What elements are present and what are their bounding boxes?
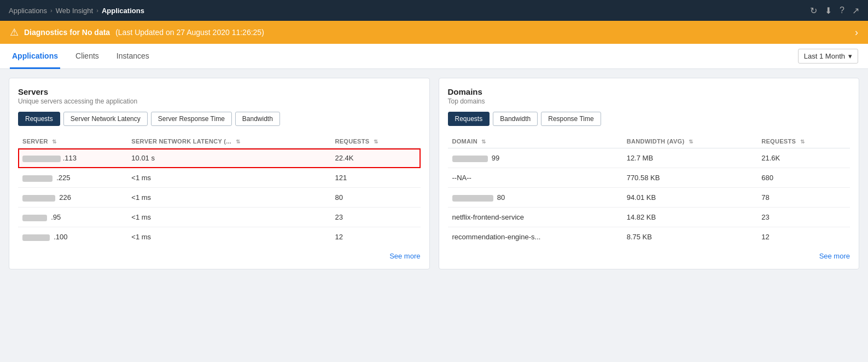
server-requests-cell: 22.4K [330,148,420,168]
server-requests-cell: 80 [330,188,420,208]
servers-filter-bandwidth[interactable]: Bandwidth [235,112,280,126]
domains-see-more[interactable]: See more [448,246,850,260]
topbar-icons: ↻ ⬇ ? ↗ [810,5,859,16]
domain-name-cell: 99 [448,148,622,168]
banner-expand-icon[interactable]: › [855,27,858,38]
download-icon[interactable]: ⬇ [825,5,832,16]
domain-requests-cell: 680 [757,168,850,188]
table-row[interactable]: netflix-frontend-service 14.82 KB 23 [448,208,850,227]
server-suffix: .100 [52,233,68,241]
domains-card-title: Domains [448,87,850,96]
servers-card-title: Servers [18,87,421,96]
server-suffix: .95 [49,213,61,221]
servers-col-latency: SERVER NETWORK LATENCY (... ⇅ [127,135,330,148]
domains-card: Domains Top domains Requests Bandwidth R… [439,78,860,269]
sort-icon: ⇅ [800,139,805,145]
server-latency-cell: <1 ms [127,188,330,208]
domain-suffix: 99 [490,154,499,162]
server-latency-cell: <1 ms [127,208,330,227]
table-row[interactable]: 226 <1 ms 80 [18,188,421,208]
domains-filter-response-time[interactable]: Response Time [541,112,601,126]
domain-name-cell: --NA-- [448,168,622,188]
domains-col-bandwidth: BANDWIDTH (AVG) ⇅ [622,135,758,148]
domain-bandwidth-cell: 12.7 MB [622,148,758,168]
domains-filter-buttons: Requests Bandwidth Response Time [448,112,850,126]
time-selector-label: Last 1 Month [804,52,845,60]
servers-table: SERVER ⇅ SERVER NETWORK LATENCY (... ⇅ R… [18,135,421,246]
tab-list: Applications Clients Instances [10,44,152,68]
table-row[interactable]: 80 94.01 KB 78 [448,188,850,208]
blurred-domain [452,156,488,162]
table-row[interactable]: 99 12.7 MB 21.6K [448,148,850,168]
server-latency-cell: <1 ms [127,168,330,188]
server-suffix: 226 [57,193,71,202]
chevron-down-icon: ▾ [848,52,852,60]
domain-requests-cell: 12 [757,227,850,247]
server-name-cell: .95 [18,208,127,227]
banner-subtitle: (Last Updated on 27 August 2020 11:26:25… [115,28,264,37]
servers-filter-response-time[interactable]: Server Response Time [151,112,232,126]
breadcrumb-chevron-2: › [96,7,98,14]
servers-col-requests: REQUESTS ⇅ [330,135,420,148]
main-content: Servers Unique servers accessing the app… [0,69,868,278]
server-suffix: .225 [55,174,71,182]
server-name-cell: .100 [18,227,127,247]
domains-col-domain: DOMAIN ⇅ [448,135,622,148]
blurred-server-ip [22,234,50,241]
servers-filter-network-latency[interactable]: Server Network Latency [63,112,148,126]
domains-col-requests: REQUESTS ⇅ [757,135,850,148]
domain-bandwidth-cell: 8.75 KB [622,227,758,247]
domain-name-cell: 80 [448,188,622,208]
server-requests-cell: 121 [330,168,420,188]
domain-name-cell: netflix-frontend-service [448,208,622,227]
servers-see-more[interactable]: See more [18,246,421,260]
table-row[interactable]: .95 <1 ms 23 [18,208,421,227]
help-icon[interactable]: ? [840,5,844,15]
sort-icon: ⇅ [374,139,378,145]
breadcrumb: Applications › Web Insight › Application… [9,7,144,15]
server-suffix: .113 [63,154,77,162]
table-row[interactable]: .225 <1 ms 121 [18,168,421,188]
breadcrumb-applications[interactable]: Applications [9,7,47,15]
domain-requests-cell: 21.6K [757,148,850,168]
sort-icon: ⇅ [236,139,240,145]
table-row[interactable]: .113 10.01 s 22.4K [18,148,421,168]
time-selector-container: Last 1 Month ▾ [798,49,858,64]
server-requests-cell: 12 [330,227,420,247]
domain-suffix: 80 [495,193,505,202]
sort-icon: ⇅ [52,139,56,145]
tab-applications[interactable]: Applications [10,44,60,69]
blurred-server-ip [22,175,53,182]
domain-bandwidth-cell: 14.82 KB [622,208,758,227]
servers-filter-buttons: Requests Server Network Latency Server R… [18,112,421,126]
external-link-icon[interactable]: ↗ [852,5,859,16]
sync-icon[interactable]: ↻ [810,5,817,16]
tab-clients[interactable]: Clients [73,44,101,69]
tabbar: Applications Clients Instances Last 1 Mo… [0,44,868,69]
server-name-cell: .225 [18,168,127,188]
topbar: Applications › Web Insight › Application… [0,0,868,21]
domains-filter-bandwidth[interactable]: Bandwidth [493,112,538,126]
breadcrumb-webinsight[interactable]: Web Insight [56,7,93,15]
domains-table: DOMAIN ⇅ BANDWIDTH (AVG) ⇅ REQUESTS ⇅ [448,135,850,246]
servers-filter-requests[interactable]: Requests [18,112,60,126]
sort-icon: ⇅ [481,139,486,145]
blurred-server-ip [22,215,47,221]
table-row[interactable]: --NA-- 770.58 KB 680 [448,168,850,188]
breadcrumb-applications-2[interactable]: Applications [102,7,144,15]
server-name-cell: .113 [18,148,127,168]
table-row[interactable]: recommendation-engine-s... 8.75 KB 12 [448,227,850,247]
table-row[interactable]: .100 <1 ms 12 [18,227,421,247]
time-selector[interactable]: Last 1 Month ▾ [798,49,858,64]
server-name-cell: 226 [18,188,127,208]
banner-content: ⚠ Diagnostics for No data (Last Updated … [10,26,264,38]
domains-filter-requests[interactable]: Requests [448,112,490,126]
domain-requests-cell: 78 [757,188,850,208]
domain-bandwidth-cell: 94.01 KB [622,188,758,208]
servers-col-server: SERVER ⇅ [18,135,127,148]
domain-name-cell: recommendation-engine-s... [448,227,622,247]
tab-instances[interactable]: Instances [114,44,152,69]
domain-bandwidth-cell: 770.58 KB [622,168,758,188]
breadcrumb-chevron-1: › [50,7,53,14]
domains-card-subtitle: Top domains [448,97,850,105]
